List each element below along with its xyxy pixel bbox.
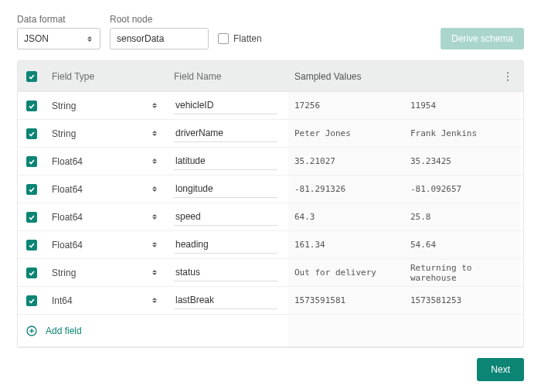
col-field-type[interactable]: Field Type: [46, 61, 168, 91]
field-type-select[interactable]: String: [46, 92, 168, 119]
row-checkbox[interactable]: [26, 156, 37, 167]
plus-circle-icon: [26, 325, 38, 337]
table-row: Float64 64.3 25.8: [18, 203, 523, 231]
row-checkbox[interactable]: [26, 268, 37, 278]
sample-value-2: Returning to warehouse: [404, 259, 520, 286]
field-type-select[interactable]: String: [46, 120, 168, 147]
sample-value-2: -81.092657: [404, 176, 520, 203]
flatten-checkbox[interactable]: [218, 33, 229, 44]
updown-icon: [152, 298, 157, 303]
root-node-input[interactable]: [110, 28, 209, 49]
sample-value-1: Peter Jones: [288, 120, 404, 147]
updown-icon: [86, 36, 94, 42]
table-row: Float64 35.21027 35.23425: [18, 148, 523, 176]
sampled-pad: [288, 315, 520, 347]
next-button[interactable]: Next: [477, 358, 524, 381]
table-row: Float64 -81.291326 -81.092657: [18, 176, 523, 203]
row-checkbox[interactable]: [26, 128, 37, 139]
svg-point-2: [507, 79, 509, 80]
table-row: String Out for delivery Returning to war…: [18, 259, 523, 287]
row-checkbox[interactable]: [26, 184, 37, 195]
footer: Next: [17, 346, 524, 381]
field-name-input[interactable]: [174, 180, 277, 198]
field-type-select[interactable]: Int64: [46, 287, 168, 314]
table-row: String Peter Jones Frank Jenkins: [18, 120, 523, 148]
table-row: String 17256 11954: [18, 92, 523, 120]
field-name-input[interactable]: [174, 264, 277, 281]
sample-value-2: 11954: [404, 92, 520, 119]
sample-value-2: 25.8: [404, 203, 520, 230]
sample-value-1: -81.291326: [288, 176, 404, 203]
data-format-label: Data format: [17, 14, 100, 25]
field-name-input[interactable]: [174, 236, 277, 254]
field-type-select[interactable]: String: [46, 259, 168, 286]
field-name-input[interactable]: [174, 291, 277, 309]
svg-point-1: [507, 75, 509, 77]
field-type-select[interactable]: Float64: [46, 203, 168, 230]
row-checkbox[interactable]: [26, 295, 37, 306]
sample-value-1: Out for delivery: [288, 259, 404, 286]
svg-point-0: [507, 72, 509, 73]
field-name-input[interactable]: [174, 97, 277, 114]
updown-icon: [152, 159, 157, 164]
row-checkbox[interactable]: [26, 212, 37, 223]
data-format-select[interactable]: JSON: [17, 28, 100, 49]
updown-icon: [152, 103, 157, 108]
updown-icon: [152, 131, 157, 136]
field-type-select[interactable]: Float64: [46, 176, 168, 203]
field-type-select[interactable]: Float64: [46, 148, 168, 175]
field-name-input[interactable]: [174, 152, 277, 170]
updown-icon: [152, 270, 157, 275]
sample-value-2: Frank Jenkins: [404, 120, 520, 147]
more-options-icon[interactable]: [502, 70, 514, 83]
sample-value-2: 1573581253: [404, 287, 520, 314]
schema-table: Field Type Field Name Sampled Values Str…: [17, 60, 524, 348]
sample-value-1: 17256: [288, 92, 404, 119]
top-controls: Data format JSON Root node Flatten Deriv…: [17, 14, 524, 49]
sample-value-1: 161.34: [288, 231, 404, 258]
sample-value-2: 54.64: [404, 231, 520, 258]
field-name-input[interactable]: [174, 124, 277, 142]
flatten-toggle[interactable]: Flatten: [218, 28, 262, 49]
add-field-label: Add field: [46, 326, 288, 336]
add-field-row[interactable]: Add field: [18, 315, 523, 347]
sample-value-2: 35.23425: [404, 148, 520, 175]
field-name-input[interactable]: [174, 208, 277, 226]
col-sampled-values: Sampled Values: [288, 61, 404, 91]
derive-schema-button[interactable]: Derive schema: [441, 28, 524, 49]
table-row: Int64 1573591581 1573581253: [18, 287, 523, 315]
root-node-label: Root node: [110, 14, 209, 25]
row-checkbox[interactable]: [26, 240, 37, 251]
updown-icon: [152, 186, 157, 192]
sample-value-1: 64.3: [288, 203, 404, 230]
table-row: Float64 161.34 54.64: [18, 231, 523, 259]
sample-value-1: 35.21027: [288, 148, 404, 175]
updown-icon: [152, 214, 157, 220]
row-checkbox[interactable]: [26, 101, 37, 111]
sample-value-1: 1573591581: [288, 287, 404, 314]
col-field-name[interactable]: Field Name: [168, 61, 288, 91]
flatten-label: Flatten: [233, 33, 262, 44]
field-type-select[interactable]: Float64: [46, 231, 168, 258]
select-all-checkbox[interactable]: [26, 71, 37, 82]
table-header: Field Type Field Name Sampled Values: [18, 61, 523, 92]
data-format-value: JSON: [24, 33, 49, 44]
updown-icon: [152, 242, 157, 247]
